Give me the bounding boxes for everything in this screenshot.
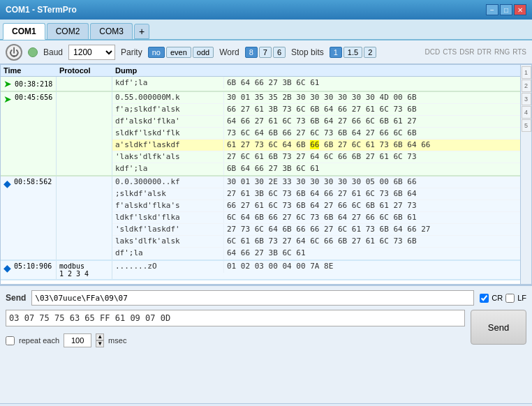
side-tab-2[interactable]: 2 — [522, 80, 531, 92]
header-time: Time — [3, 66, 59, 75]
lf-label: LF — [517, 294, 526, 302]
hex-text: 27 61 3B 6C 73 6B 64 66 27 61 6C 73 6B 6… — [224, 188, 520, 200]
dump-text: ;slkdf'alsk — [112, 188, 224, 200]
protocol-g3 — [57, 176, 112, 260]
maximize-button[interactable]: □ — [500, 4, 512, 15]
window-controls: − □ ✕ — [486, 4, 526, 15]
time-g1: 00:38:218 — [15, 80, 52, 88]
tab-com3[interactable]: COM3 — [90, 23, 133, 39]
data-line: 0.0.300000..kf 30 01 30 2E 33 30 30 30 3… — [112, 176, 520, 188]
minimize-button[interactable]: − — [486, 4, 498, 15]
time-g4: 05:10:906 — [14, 262, 52, 270]
dump-text: df';la — [112, 248, 224, 260]
dump-text: f'a;slkdf'alsk — [112, 104, 224, 115]
repeat-input[interactable] — [64, 333, 91, 347]
cr-lf-group: CR LF — [480, 294, 526, 303]
rts-indicator: RTS — [512, 48, 526, 56]
row-time-g3: ◆ 00:58:562 — [1, 176, 57, 260]
row-time-g4: ◆ 05:10:906 — [1, 261, 57, 279]
stopbits-15-button[interactable]: 1.5 — [343, 47, 362, 58]
data-line: sldkf'lskd'flk 73 6C 64 6B 66 27 6C 73 6… — [112, 128, 520, 140]
hex-text: 6C 64 6B 66 27 6C 73 6B 64 27 66 6C 6B 6… — [224, 212, 520, 223]
data-table[interactable]: Time Protocol Dump ➤ 00:38:218 kdf';la 6… — [1, 65, 520, 284]
close-button[interactable]: ✕ — [514, 4, 526, 15]
stopbits-label: Stop bits — [291, 47, 324, 57]
window-title: COM1 - STermPro — [6, 5, 77, 15]
stopbits-1-button[interactable]: 1 — [330, 47, 342, 58]
header-hex — [227, 66, 517, 75]
side-tab-3[interactable]: 3 — [522, 93, 531, 105]
time-g2: 00:45:656 — [15, 93, 52, 101]
data-g4: .......zO 01 02 03 00 04 00 7A 8E — [112, 261, 520, 279]
repeat-row: repeat each ▲ ▼ msec — [6, 333, 465, 347]
table-header: Time Protocol Dump — [1, 65, 520, 77]
send-row: Send CR LF — [6, 290, 526, 306]
side-tab-5[interactable]: 5 — [522, 119, 531, 132]
hex-send-row: 03 07 75 75 63 65 FF 61 09 07 0D repeat … — [6, 310, 526, 347]
data-line: df'alskd'flka' 64 66 27 61 6C 73 6B 64 2… — [112, 116, 520, 128]
hex-text: 6B 64 66 27 3B 6C 61 — [224, 77, 520, 89]
hex-text: 73 6C 64 6B 66 27 6C 73 6B 64 27 66 6C 6… — [224, 128, 520, 139]
stopbits-2-button[interactable]: 2 — [364, 47, 376, 58]
header-dump: Dump — [115, 66, 227, 75]
arrow-in-icon2: ◆ — [3, 262, 11, 273]
tab-add-button[interactable]: + — [134, 24, 149, 39]
word-6-button[interactable]: 6 — [273, 47, 286, 58]
word-8-button[interactable]: 8 — [245, 47, 258, 58]
parity-no-button[interactable]: no — [148, 47, 165, 58]
status-indicators: DCD CTS DSR DTR RNG RTS — [425, 48, 526, 56]
time-g3: 00:58:562 — [14, 178, 52, 186]
baud-select[interactable]: 1200 2400 4800 9600 19200 38400 115200 — [68, 45, 115, 60]
parity-even-button[interactable]: even — [166, 47, 191, 58]
row-time-g2: ➤ 00:45:656 — [1, 92, 57, 175]
stopbits-group: 1 1.5 2 — [330, 47, 377, 58]
side-tab-1[interactable]: 1 — [522, 66, 531, 79]
data-g2: 0.55.000000M.k 30 01 35 35 2B 30 30 30 3… — [112, 92, 520, 175]
rng-indicator: RNG — [494, 48, 510, 56]
side-tab-4[interactable]: 4 — [522, 106, 531, 119]
dump-text: kdf';la — [112, 163, 224, 175]
dump-text: ldkf'lskd'flka — [112, 212, 224, 223]
data-g3: 0.0.300000..kf 30 01 30 2E 33 30 30 30 3… — [112, 176, 520, 260]
lf-checkbox[interactable] — [505, 294, 515, 303]
connection-status — [28, 47, 38, 57]
repeat-up-button[interactable]: ▲ — [96, 333, 104, 340]
hex-text: 61 27 73 6C 64 6B 66 6B 27 6C 61 73 6B 6… — [224, 140, 520, 151]
data-line: f'alskd'flka's 66 27 61 6C 73 6B 64 27 6… — [112, 200, 520, 212]
data-line: 'laks'dlfk'als 27 6C 61 6B 73 27 64 6C 6… — [112, 151, 520, 163]
protocol-g2 — [57, 92, 112, 175]
protocol-g1 — [57, 77, 112, 91]
main-area: Time Protocol Dump ➤ 00:38:218 kdf';la 6… — [0, 64, 532, 285]
tab-com1[interactable]: COM1 — [3, 23, 45, 40]
data-line: ;slkdf'alsk 27 61 3B 6C 73 6B 64 66 27 6… — [112, 188, 520, 200]
toolbar: ⏻ Baud 1200 2400 4800 9600 19200 38400 1… — [0, 40, 532, 64]
row-time-g1: ➤ 00:38:218 — [1, 77, 57, 91]
dump-text: laks'dlfk'alsk — [112, 236, 224, 247]
title-bar: COM1 - STermPro − □ ✕ — [0, 0, 532, 20]
dump-text: a'sldkf'laskdf — [112, 140, 224, 151]
parity-odd-button[interactable]: odd — [193, 47, 214, 58]
hex-text: 01 02 03 00 04 00 7A 8E — [224, 261, 520, 273]
hex-text: 6C 61 6B 73 27 64 6C 66 6B 27 61 6C 73 6… — [224, 236, 520, 247]
data-line: f'a;slkdf'alsk 66 27 61 3B 73 6C 6B 64 6… — [112, 104, 520, 116]
hex-text: 66 27 61 3B 73 6C 6B 64 66 27 61 6C 73 6… — [224, 104, 520, 115]
arrow-out-icon: ➤ — [3, 78, 12, 89]
arrow-in-icon: ◆ — [3, 178, 11, 189]
table-row: ◆ 05:10:906 modbus1 2 3 4 .......zO 01 0… — [1, 261, 520, 280]
word-7-button[interactable]: 7 — [259, 47, 272, 58]
send-label: Send — [6, 293, 26, 303]
arrow-out-icon: ➤ — [3, 93, 12, 105]
hex-text: 64 66 27 3B 6C 61 — [224, 248, 520, 260]
tab-com2[interactable]: COM2 — [47, 23, 89, 39]
hex-text: 27 6C 61 6B 73 27 64 6C 66 6B 27 61 6C 7… — [224, 151, 520, 163]
repeat-checkbox[interactable] — [6, 336, 15, 345]
dtr-indicator: DTR — [477, 48, 492, 56]
header-protocol: Protocol — [59, 66, 115, 75]
cr-checkbox[interactable] — [480, 294, 489, 303]
power-button[interactable]: ⏻ — [6, 44, 22, 61]
send-button[interactable]: Send — [471, 310, 526, 345]
data-line: laks'dlfk'alsk 6C 61 6B 73 27 64 6C 66 6… — [112, 236, 520, 248]
dump-text: 'laks'dlfk'als — [112, 151, 224, 163]
send-input[interactable] — [31, 290, 474, 306]
repeat-down-button[interactable]: ▼ — [96, 340, 104, 347]
